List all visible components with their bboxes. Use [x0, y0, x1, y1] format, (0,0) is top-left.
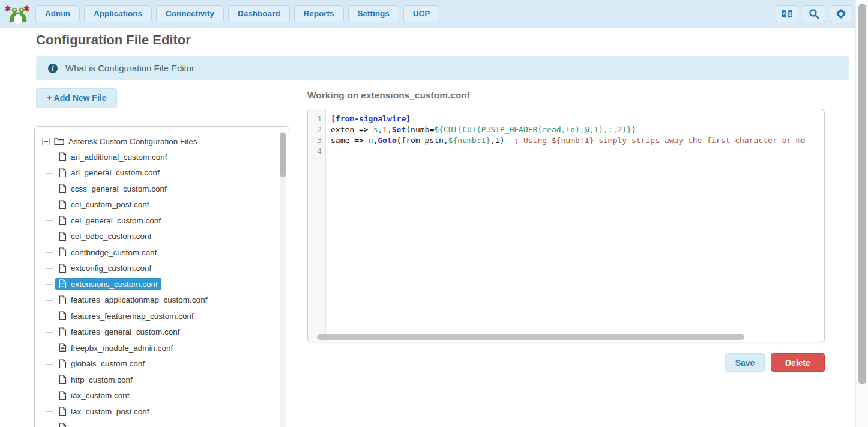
- file-icon: [59, 407, 67, 416]
- file-name: cel_odbc_custom.conf: [71, 232, 151, 241]
- tree-file-item[interactable]: features_applicationmap_custom.conf: [46, 292, 274, 309]
- file-name: features_applicationmap_custom.conf: [71, 295, 207, 304]
- file-icon: [59, 168, 67, 178]
- tree-file-item[interactable]: cel_custom_post.conf: [46, 197, 274, 213]
- tree-scrollbar-thumb[interactable]: [280, 133, 286, 177]
- info-banner[interactable]: i What is Configuration File Editor: [36, 56, 849, 80]
- nav-menu-item[interactable]: Connectivity: [156, 5, 224, 22]
- tree-file-list: ari_additional_custom.conf: [46, 149, 274, 427]
- file-name: ari_additional_custom.conf: [71, 153, 167, 162]
- tree-file-item[interactable]: iax_custom_post.conf: [46, 404, 274, 420]
- file-icon: [59, 264, 67, 273]
- file-icon: [59, 295, 67, 305]
- tree-file-inner: extensions_custom.conf: [55, 278, 161, 290]
- file-icon: [59, 247, 67, 257]
- search-button[interactable]: [803, 5, 825, 22]
- delete-button[interactable]: Delete: [771, 353, 825, 372]
- settings-button[interactable]: [830, 5, 852, 22]
- tree-file-inner: cel_odbc_custom.conf: [55, 231, 155, 243]
- file-icon: [59, 375, 67, 384]
- tree-file-item[interactable]: globals_custom.conf: [46, 356, 274, 372]
- file-icon: [59, 200, 67, 210]
- file-name: cel_general_custom.conf: [71, 216, 161, 225]
- tree-file-inner: iax_custom.conf: [55, 390, 133, 402]
- file-name: features_general_custom.conf: [71, 327, 180, 336]
- config-code-editor[interactable]: 1234 [from-signalwire]exten => s,1,Set(n…: [307, 109, 825, 342]
- tree-file-item[interactable]: cel_odbc_custom.conf: [46, 229, 274, 245]
- language-icon: A 文: [781, 8, 793, 19]
- tree-file-inner: freepbx_module_admin.conf: [55, 342, 176, 354]
- file-icon: [59, 343, 67, 353]
- tree-file-item[interactable]: features_general_custom.conf: [46, 324, 274, 341]
- tree-file-inner: cel_general_custom.conf: [55, 214, 164, 226]
- nav-menu-item[interactable]: Settings: [348, 5, 399, 22]
- tree-file-inner: features_featuremap_custom.conf: [55, 310, 197, 322]
- code-line: [331, 146, 824, 157]
- tree-file-item[interactable]: features_featuremap_custom.conf: [46, 308, 274, 324]
- page-scrollbar-thumb[interactable]: [858, 4, 866, 384]
- line-number-gutter: 1234: [308, 109, 326, 342]
- tree-scrollbar[interactable]: [280, 131, 286, 427]
- tree-file-item[interactable]: extconfig_custom.conf: [46, 261, 274, 277]
- nav-menu-item[interactable]: Reports: [294, 5, 344, 22]
- file-icon: [59, 359, 67, 369]
- add-new-file-button[interactable]: + Add New File: [36, 88, 117, 108]
- page-scrollbar[interactable]: [855, 0, 868, 427]
- file-name: iax_custom_post.conf: [71, 407, 149, 416]
- file-name: iax_custom.conf: [71, 391, 130, 400]
- file-tree: Asterisk Custom Configuration Files: [42, 133, 274, 427]
- working-on-heading: Working on extensions_custom.conf: [307, 90, 470, 101]
- tree-file-item[interactable]: [46, 420, 274, 427]
- tree-file-item[interactable]: http_custom.conf: [46, 372, 274, 388]
- tree-file-item[interactable]: freepbx_module_admin.conf: [46, 340, 274, 356]
- frog-logo-icon: ✱ ✱: [5, 3, 31, 25]
- gear-icon: [835, 8, 847, 20]
- file-name: globals_custom.conf: [71, 359, 145, 368]
- file-icon: [59, 184, 67, 193]
- freepbx-logo[interactable]: ✱ ✱: [5, 3, 31, 25]
- tree-file-inner: ari_additional_custom.conf: [55, 151, 171, 163]
- file-name: ari_general_custom.conf: [71, 168, 160, 177]
- search-icon: [809, 8, 819, 19]
- nav-menu-item[interactable]: UCP: [403, 5, 440, 22]
- code-line: same => n,Goto(from-pstn,${numb:1},1) ; …: [331, 135, 824, 146]
- tree-file-item[interactable]: ari_additional_custom.conf: [46, 149, 274, 165]
- tree-file-item[interactable]: iax_custom.conf: [46, 388, 274, 404]
- code-lines[interactable]: [from-signalwire]exten => s,1,Set(numb=$…: [326, 109, 824, 333]
- file-icon: [59, 216, 67, 225]
- page-title: Configuration File Editor: [36, 32, 191, 48]
- file-name: features_featuremap_custom.conf: [71, 312, 194, 321]
- svg-text:✱: ✱: [23, 5, 30, 13]
- tree-file-inner: features_applicationmap_custom.conf: [55, 294, 211, 306]
- nav-menu-item[interactable]: Applications: [84, 5, 152, 22]
- tree-file-item[interactable]: cel_general_custom.conf: [46, 213, 274, 229]
- file-name: extensions_custom.conf: [71, 280, 158, 289]
- svg-text:文: 文: [788, 11, 792, 16]
- file-name: ccss_general_custom.conf: [71, 184, 167, 193]
- tree-file-inner: features_general_custom.conf: [55, 326, 184, 338]
- code-line: [from-signalwire]: [331, 114, 824, 124]
- tree-file-item[interactable]: ccss_general_custom.conf: [46, 181, 274, 197]
- editor-horizontal-scrollbar-thumb[interactable]: [317, 334, 744, 340]
- info-banner-label: What is Configuration File Editor: [65, 63, 194, 73]
- tree-file-item[interactable]: confbridge_custom.conf: [46, 244, 274, 261]
- file-name: extconfig_custom.conf: [71, 264, 151, 273]
- svg-text:✱: ✱: [5, 5, 11, 13]
- file-name: confbridge_custom.conf: [71, 248, 157, 257]
- line-number: 3: [308, 135, 325, 146]
- tree-root[interactable]: Asterisk Custom Configuration Files: [42, 133, 274, 149]
- file-icon: [59, 423, 67, 427]
- file-icon: [59, 391, 67, 401]
- file-name: cel_custom_post.conf: [71, 200, 149, 209]
- file-tree-panel: Asterisk Custom Configuration Files: [34, 126, 289, 427]
- language-button[interactable]: A 文: [776, 5, 798, 22]
- tree-file-inner: iax_custom_post.conf: [55, 405, 153, 417]
- tree-file-inner: confbridge_custom.conf: [55, 246, 160, 258]
- nav-menu-item[interactable]: Admin: [35, 5, 80, 22]
- tree-file-item[interactable]: extensions_custom.conf: [46, 276, 274, 292]
- collapse-icon[interactable]: [42, 138, 50, 145]
- save-button[interactable]: Save: [725, 353, 765, 372]
- line-number: 1: [308, 114, 325, 124]
- tree-file-item[interactable]: ari_general_custom.conf: [46, 165, 274, 181]
- nav-menu-item[interactable]: Dashboard: [228, 5, 290, 22]
